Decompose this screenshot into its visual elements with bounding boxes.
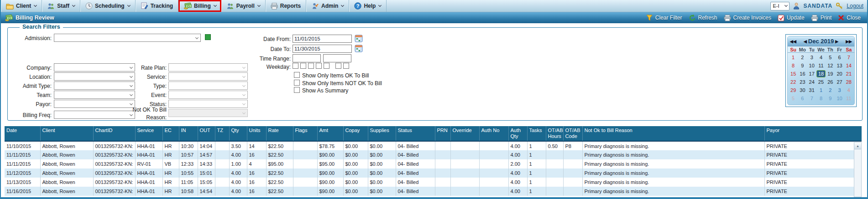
calendar-day[interactable]: 1	[789, 54, 798, 61]
event-select[interactable]	[168, 91, 248, 99]
show-as-summary-checkbox[interactable]	[294, 87, 300, 93]
calendar-day[interactable]: 4	[816, 54, 826, 61]
admission-combobox[interactable]	[54, 34, 201, 42]
update-button[interactable]: Update	[778, 15, 805, 21]
printer-icon	[724, 15, 731, 21]
date-from-calendar-icon[interactable]	[355, 35, 363, 42]
calendar-day[interactable]: 8	[816, 95, 826, 102]
menu-item-tracking[interactable]: Tracking	[136, 0, 178, 12]
calendar-day[interactable]: 3	[835, 87, 844, 94]
type-select[interactable]	[168, 82, 248, 90]
calendar-day[interactable]: 17	[807, 70, 816, 77]
calendar-day[interactable]: 14	[844, 62, 853, 69]
column-header-ot-ab-code: OT/AB Code	[563, 126, 582, 141]
refresh-button[interactable]: Refresh	[689, 14, 717, 21]
weekday-checkbox[interactable]	[300, 63, 306, 69]
table-row[interactable]: 11/16/2015Abbott, Rowen0013295732-KN:HHA…	[5, 187, 862, 196]
calendar-day[interactable]: 4	[844, 87, 853, 94]
weekday-checkbox[interactable]	[324, 63, 329, 69]
calendar-day[interactable]: 3	[807, 54, 816, 61]
agency-select[interactable]: E-I	[770, 2, 790, 10]
menu-item-admin[interactable]: Admin	[306, 0, 349, 12]
calendar-day[interactable]: 24	[807, 78, 816, 86]
date-to-calendar-icon[interactable]	[355, 45, 363, 52]
calendar-day[interactable]: 10	[835, 95, 844, 102]
table-scrollbar[interactable]: ▲	[854, 142, 862, 197]
date-from-input[interactable]	[293, 35, 352, 43]
table-row[interactable]: 11/12/2015Abbott, Rowen0013295732-KN:HHA…	[5, 168, 862, 178]
calendar-day[interactable]: 15	[789, 70, 798, 77]
column-header-out: OUT	[198, 126, 215, 141]
calendar-next-month-button[interactable]: ▶	[835, 37, 838, 46]
calendar-day[interactable]: 11	[816, 62, 826, 69]
calendar-day[interactable]: 2	[798, 54, 807, 61]
calendar-prev-month-button[interactable]: ◀	[804, 37, 807, 46]
weekday-checkbox[interactable]	[343, 63, 349, 69]
table-row[interactable]: 11/11/2015Abbott, Rowen0013295732-KN:HHA…	[5, 150, 862, 159]
weekday-checkbox[interactable]	[335, 63, 341, 69]
calendar-day[interactable]: 31	[807, 87, 816, 94]
calendar-dayname: Fr	[835, 47, 844, 52]
show-only-items-ok-to-bill-checkbox[interactable]	[294, 72, 300, 78]
calendar-day[interactable]: 28	[844, 78, 853, 86]
menu-item-help[interactable]: ?Help	[349, 0, 387, 12]
weekday-checkbox[interactable]	[316, 63, 322, 69]
calendar-day[interactable]: 27	[835, 78, 844, 86]
close-button[interactable]: Close	[838, 15, 861, 21]
calendar-day[interactable]: 1	[816, 87, 826, 94]
calendar-day-selected[interactable]: 18	[816, 70, 826, 77]
calendar-day[interactable]: 8	[789, 62, 798, 69]
calendar-day[interactable]: 6	[835, 54, 844, 61]
logout-link[interactable]: Logout	[847, 3, 863, 9]
table-row[interactable]: 11/11/2015Abbott, Rowen0013295732-KN:RV-…	[5, 159, 862, 168]
calendar-day[interactable]: 12	[826, 62, 835, 69]
menu-item-billing[interactable]: Billing	[178, 0, 221, 12]
calendar-day[interactable]: 9	[826, 95, 835, 102]
status-select[interactable]	[168, 100, 248, 108]
calendar-day[interactable]: 6	[798, 95, 807, 102]
time-range-to-input[interactable]	[323, 54, 351, 62]
menu-item-scheduling[interactable]: Scheduling	[80, 0, 136, 12]
scroll-up-arrow-icon[interactable]: ▲	[854, 143, 861, 149]
calendar-day[interactable]: 2	[826, 87, 835, 94]
calendar-day[interactable]: 7	[807, 95, 816, 102]
service-select[interactable]	[168, 72, 248, 81]
calendar-day[interactable]: 13	[835, 62, 844, 69]
print-button[interactable]: Print	[811, 15, 832, 21]
calendar-day[interactable]: 26	[826, 78, 835, 86]
menu-item-reports[interactable]: Reports	[266, 0, 306, 12]
calendar-prev-year-button[interactable]: ◀◀	[790, 37, 796, 46]
not-ok-to-bill-select[interactable]	[168, 109, 248, 117]
table-row[interactable]: 11/13/2015Abbott, Rowen0013295732-KN:HHA…	[5, 178, 862, 187]
calendar-day[interactable]: 22	[789, 78, 798, 86]
time-range-from-input[interactable]	[293, 54, 321, 62]
calendar-next-year-button[interactable]: ▶▶	[846, 37, 852, 46]
calendar-day[interactable]: 29	[789, 87, 798, 94]
calendar-day[interactable]: 11	[844, 95, 853, 102]
rate-plan-select[interactable]	[168, 63, 248, 71]
menu-item-client[interactable]: Client	[1, 0, 42, 12]
menu-item-staff[interactable]: Staff	[42, 0, 80, 12]
cell-tz	[215, 141, 229, 150]
calendar-day[interactable]: 20	[835, 70, 844, 77]
table-row[interactable]: 11/10/2015Abbott, Rowen0013295732-KN:HHA…	[5, 141, 862, 150]
calendar-day[interactable]: 7	[844, 54, 853, 61]
menu-item-payroll[interactable]: Payroll	[221, 0, 266, 12]
create-invoices-button[interactable]: Create Invoices	[724, 15, 771, 21]
clear-filter-button[interactable]: Clear Filter	[646, 14, 682, 21]
calendar-day[interactable]: 21	[844, 70, 853, 77]
date-to-input[interactable]	[293, 45, 352, 53]
weekday-checkbox[interactable]	[308, 63, 314, 69]
weekday-checkbox[interactable]	[293, 63, 298, 69]
calendar-day[interactable]: 5	[826, 54, 835, 61]
cell-override	[450, 159, 479, 168]
calendar-day[interactable]: 5	[789, 95, 798, 102]
calendar-day[interactable]: 30	[798, 87, 807, 94]
calendar-day[interactable]: 23	[798, 78, 807, 86]
calendar-day[interactable]: 10	[807, 62, 816, 69]
calendar-day[interactable]: 9	[798, 62, 807, 69]
calendar-day[interactable]: 16	[798, 70, 807, 77]
show-only-items-not-ok-to-bill-checkbox[interactable]	[294, 80, 300, 86]
calendar-day[interactable]: 19	[826, 70, 835, 77]
calendar-day[interactable]: 25	[816, 78, 826, 86]
